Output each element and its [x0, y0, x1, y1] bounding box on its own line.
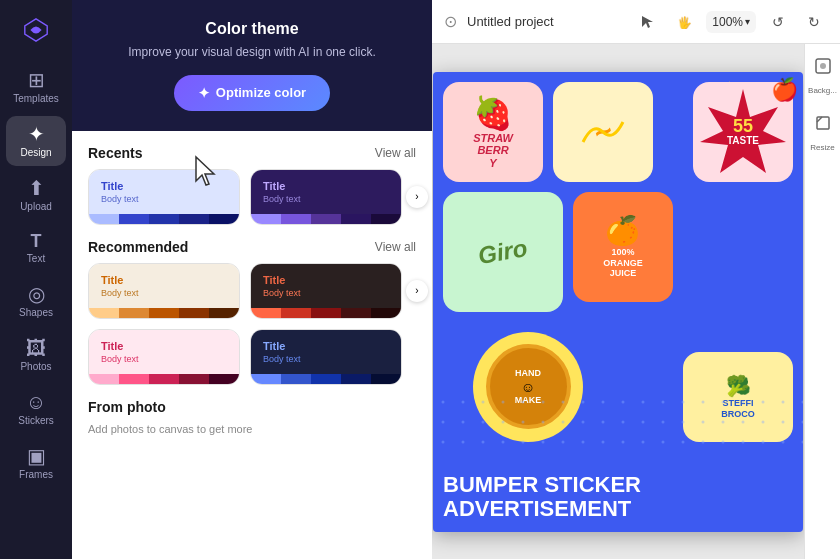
recommended-section: Recommended View all Title Body text: [72, 225, 432, 385]
sidebar-item-templates[interactable]: ⊞ Templates: [6, 62, 66, 112]
app-logo: [18, 12, 54, 48]
from-photo-title: From photo: [88, 399, 166, 415]
sidebar-label-templates: Templates: [13, 93, 59, 104]
zoom-chevron-icon: ▾: [745, 16, 750, 27]
recent-card-2-title: Title: [263, 180, 389, 192]
rec-card-3-body: Body text: [101, 354, 227, 364]
recent-card-2-body: Body text: [263, 194, 389, 204]
rec-card-1-palette: [89, 308, 239, 318]
recommended-card-3[interactable]: Title Body text: [88, 329, 240, 385]
sidebar-label-photos: Photos: [20, 361, 51, 372]
panel-scroll-area: Recents View all Title Body text: [72, 131, 432, 559]
sidebar-label-upload: Upload: [20, 201, 52, 212]
canvas-title-line2: ADVERTISEMENT: [443, 497, 793, 521]
recommended-row1-arrow[interactable]: ›: [406, 280, 428, 302]
hand-tool-button[interactable]: 🖐: [670, 8, 698, 36]
redo-button[interactable]: ↻: [800, 8, 828, 36]
canvas-document: ✿ ● ★ 🍓 STRAWBERRY ~: [433, 72, 803, 532]
svg-text:🖐: 🖐: [677, 15, 691, 29]
rec-card-2-title: Title: [263, 274, 389, 286]
shapes-icon: ◎: [28, 284, 45, 304]
recents-section: Recents View all Title Body text: [72, 131, 432, 225]
sidebar-label-stickers: Stickers: [18, 415, 54, 426]
templates-icon: ⊞: [28, 70, 45, 90]
svg-rect-5: [817, 117, 829, 129]
canvas-content: ✿ ● ★ 🍓 STRAWBERRY ~: [432, 44, 804, 559]
canvas-topbar: ⊙ Untitled project 🖐 100% ▾ ↺ ↻: [432, 0, 840, 44]
orange-juice-card: 🍊 100%ORANGEJUICE: [573, 192, 673, 302]
sidebar-item-photos[interactable]: 🖼 Photos: [6, 330, 66, 380]
sidebar-item-upload[interactable]: ⬆ Upload: [6, 170, 66, 220]
optimize-color-button[interactable]: ✦ Optimize color: [174, 75, 330, 111]
yellow-curvy-card: ~: [553, 82, 653, 182]
recommended-header: Recommended View all: [72, 225, 432, 263]
hand-make-text-top: HAND: [515, 368, 541, 379]
recents-title: Recents: [88, 145, 142, 161]
design-icon: ✦: [28, 124, 45, 144]
rec-card-3-title: Title: [101, 340, 227, 352]
recent-card-1-palette: [89, 214, 239, 224]
sidebar-label-design: Design: [20, 147, 51, 158]
background-label: Backg...: [808, 86, 837, 95]
resize-label: Resize: [810, 143, 834, 152]
text-icon: T: [31, 232, 42, 250]
project-icon: ⊙: [444, 12, 457, 31]
project-name: Untitled project: [467, 14, 624, 29]
background-button[interactable]: [809, 52, 837, 80]
stickers-icon: ☺: [26, 392, 46, 412]
sidebar-label-frames: Frames: [19, 469, 53, 480]
rec-card-1-body: Body text: [101, 288, 227, 298]
recents-arrow-right[interactable]: ›: [406, 186, 428, 208]
sidebar-item-stickers[interactable]: ☺ Stickers: [6, 384, 66, 434]
recommended-view-all[interactable]: View all: [375, 240, 416, 254]
recents-view-all[interactable]: View all: [375, 146, 416, 160]
recommended-card-4[interactable]: Title Body text: [250, 329, 402, 385]
recents-header: Recents View all: [72, 131, 432, 169]
canvas-area: ⊙ Untitled project 🖐 100% ▾ ↺ ↻ Bac: [432, 0, 840, 559]
resize-button[interactable]: [809, 109, 837, 137]
giro-card: Giro: [443, 192, 563, 312]
upload-icon: ⬆: [28, 178, 45, 198]
sidebar-label-shapes: Shapes: [19, 307, 53, 318]
rec-card-4-title: Title: [263, 340, 389, 352]
recommended-card-1[interactable]: Title Body text: [88, 263, 240, 319]
undo-button[interactable]: ↺: [764, 8, 792, 36]
canvas-bottom-text: BUMPER STICKER ADVERTISEMENT: [443, 473, 793, 521]
canvas-title-line1: BUMPER STICKER: [443, 473, 793, 497]
rec-card-2-palette: [251, 308, 401, 318]
rec-card-4-body: Body text: [263, 354, 389, 364]
color-theme-banner: Color theme Improve your visual design w…: [72, 0, 432, 131]
zoom-level: 100%: [712, 15, 743, 29]
rec-card-1-title: Title: [101, 274, 227, 286]
taste-label: TASTE: [727, 135, 759, 146]
zoom-control[interactable]: 100% ▾: [706, 11, 756, 33]
recent-card-2[interactable]: Title Body text: [250, 169, 402, 225]
rec-card-4-palette: [251, 374, 401, 384]
recents-cards-grid: Title Body text Title Body t: [72, 169, 432, 225]
recent-card-1[interactable]: Title Body text: [88, 169, 240, 225]
from-photo-header: From photo: [72, 385, 432, 423]
cursor-tool-button[interactable]: [634, 8, 662, 36]
recommended-row-1: Title Body text Title Body text: [72, 263, 432, 319]
recent-card-1-body: Body text: [101, 194, 227, 204]
sidebar-item-frames[interactable]: ▣ Frames: [6, 438, 66, 488]
taste-number: 55: [727, 117, 759, 135]
sidebar-item-design[interactable]: ✦ Design: [6, 116, 66, 166]
sidebar: ⊞ Templates ✦ Design ⬆ Upload T Text ◎ S…: [0, 0, 72, 559]
photos-icon: 🖼: [26, 338, 46, 358]
from-photo-subtitle: Add photos to canvas to get more: [72, 423, 432, 435]
svg-rect-9: [433, 392, 803, 452]
sidebar-item-shapes[interactable]: ◎ Shapes: [6, 276, 66, 326]
recommended-row-2: Title Body text Title Body text: [72, 329, 432, 385]
rec-card-3-palette: [89, 374, 239, 384]
redo-icon: ↻: [808, 14, 820, 30]
from-photo-section: From photo Add photos to canvas to get m…: [72, 385, 432, 435]
orange-juice-text: 100%ORANGEJUICE: [603, 247, 643, 279]
sidebar-item-text[interactable]: T Text: [6, 224, 66, 272]
ai-sparkle-icon: ✦: [198, 85, 210, 101]
strawberry-sticker-card: 🍓 STRAWBERRY: [443, 82, 543, 182]
recommended-card-2[interactable]: Title Body text: [250, 263, 402, 319]
strawberry-text: STRAWBERRY: [473, 132, 513, 168]
svg-point-4: [820, 63, 826, 69]
recent-card-1-title: Title: [101, 180, 227, 192]
